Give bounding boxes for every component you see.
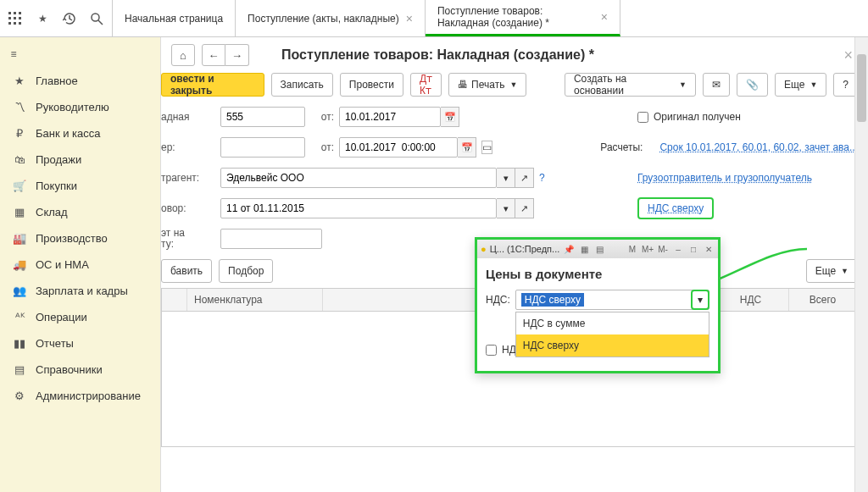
dt-kt-button[interactable]: ДᴛКᴛ [410, 73, 442, 97]
calc-icon[interactable]: ▤ [593, 243, 605, 255]
nds-checkbox[interactable]: НД [486, 344, 516, 356]
sidebar-item-warehouse[interactable]: ▦Склад [0, 199, 160, 225]
sidebar-item-references[interactable]: ▤Справочники [0, 357, 160, 383]
nds-option-on-top[interactable]: НДС сверху [516, 334, 709, 357]
nds-option-in-sum[interactable]: НДС в сумме [516, 312, 709, 334]
post-button[interactable]: Провести [340, 73, 403, 97]
top-icons: ★ [0, 0, 113, 36]
extra-icon[interactable]: ▭ [481, 141, 492, 154]
er-input[interactable] [220, 137, 305, 158]
vertical-scrollbar[interactable] [854, 37, 868, 492]
sidebar-label: Главное [36, 75, 78, 87]
dropdown-icon[interactable]: ▾ [497, 168, 515, 188]
sidebar-item-main[interactable]: ★Главное [0, 68, 160, 94]
btn-label: Печать [471, 79, 504, 91]
truck-icon: 🚚 [12, 258, 27, 271]
open-icon[interactable]: ↗ [515, 198, 534, 218]
sidebar-item-reports[interactable]: ▮▮Отчеты [0, 330, 160, 357]
ot-label-2: от: [305, 141, 339, 153]
create-based-button[interactable]: Создать на основании▼ [565, 73, 696, 97]
print-button[interactable]: 🖶 Печать▼ [448, 73, 526, 97]
sidebar-label: Склад [36, 206, 68, 218]
sidebar-label: Отчеты [36, 337, 74, 350]
apps-icon[interactable] [7, 10, 24, 27]
sidebar-item-assets[interactable]: 🚚ОС и НМА [0, 252, 160, 278]
table-more-button[interactable]: Еще▼ [806, 259, 858, 283]
checkbox-input[interactable] [637, 112, 648, 123]
th-nds: НДС [713, 289, 789, 311]
popup-heading: Цены в документе [486, 267, 709, 281]
tab-label: Поступление (акты, накладные) [248, 13, 399, 25]
mail-button[interactable]: ✉ [703, 73, 730, 97]
th-num [162, 289, 187, 311]
popup-titlebar[interactable]: ● Ц... (1С:Предп... 📌 ▦ ▤ M M+ M- – □ ✕ [477, 240, 718, 258]
tab-receipts[interactable]: Поступление (акты, накладные) × [236, 0, 426, 36]
podbor-button[interactable]: Подбор [219, 259, 273, 283]
m-icon[interactable]: M [626, 243, 638, 255]
pin-icon[interactable]: 📌 [563, 243, 575, 255]
btn-label: Подбор [228, 265, 264, 277]
calendar-icon[interactable]: ▦ [578, 243, 590, 255]
nds-selected: НДС сверху [521, 293, 584, 307]
prices-popup: ● Ц... (1С:Предп... 📌 ▦ ▤ M M+ M- – □ ✕ … [475, 237, 721, 373]
menu-toggle-icon[interactable]: ≡ [0, 41, 27, 68]
gruz-link[interactable]: Грузоотправитель и грузополучатель [637, 172, 812, 184]
calendar-icon[interactable]: 📅 [458, 137, 476, 158]
maximize-icon[interactable]: □ [687, 243, 699, 255]
search-icon[interactable] [88, 10, 105, 27]
m-plus-icon[interactable]: M+ [642, 243, 654, 255]
original-received-checkbox[interactable]: Оригинал получен [637, 111, 858, 123]
add-button[interactable]: бавить [161, 259, 212, 283]
dogovor-input[interactable] [220, 198, 497, 218]
raschety-label: Расчеты: [600, 141, 643, 153]
sidebar-label: Администрирование [36, 390, 141, 402]
raschety-link[interactable]: Срок 10.01.2017, 60.01, 60.02, зачет ава… [659, 141, 858, 153]
svg-rect-6 [8, 22, 11, 25]
star-icon[interactable]: ★ [34, 10, 51, 27]
attach-button[interactable]: 📎 [737, 73, 768, 97]
post-and-close-button[interactable]: овести и закрыть [161, 73, 264, 97]
sidebar-item-bank[interactable]: ₽Банк и касса [0, 120, 160, 146]
date-input[interactable] [339, 107, 441, 127]
star-icon: ★ [12, 75, 27, 87]
close-icon[interactable]: × [601, 10, 608, 24]
minimize-icon[interactable]: – [672, 243, 684, 255]
svg-rect-8 [19, 22, 21, 25]
btn-label: Еще [815, 265, 836, 277]
help-icon[interactable]: ? [539, 172, 545, 184]
sidebar-item-production[interactable]: 🏭Производство [0, 225, 160, 252]
close-icon[interactable]: × [406, 12, 413, 25]
write-button[interactable]: Записать [271, 73, 333, 97]
app-icon: ● [481, 244, 487, 254]
dropdown-icon[interactable]: ▾ [497, 198, 515, 218]
history-icon[interactable] [61, 10, 78, 27]
datetime-input[interactable] [339, 137, 458, 158]
open-icon[interactable]: ↗ [515, 168, 534, 188]
sidebar-item-sales[interactable]: 🛍Продажи [0, 146, 160, 173]
home-button[interactable]: ⌂ [171, 44, 195, 66]
sidebar-item-operations[interactable]: ᴬᴷОперации [0, 304, 160, 330]
nds-link[interactable]: НДС сверху [648, 202, 704, 214]
sidebar-item-salary[interactable]: 👥Зарплата и кадры [0, 278, 160, 304]
back-button[interactable]: ← [202, 44, 225, 66]
page-title: Поступление товаров: Накладная (создание… [281, 47, 832, 63]
sidebar-item-manager[interactable]: 〽Руководителю [0, 94, 160, 120]
close-icon[interactable]: ✕ [703, 243, 715, 255]
sidebar-label: Продажи [36, 153, 81, 166]
cart-icon: 🛒 [12, 180, 27, 192]
schet-input[interactable] [220, 229, 322, 249]
nds-select[interactable]: НДС сверху [515, 290, 709, 310]
checkbox-input[interactable] [486, 345, 497, 356]
tab-home[interactable]: Начальная страница [113, 0, 236, 36]
contragent-input[interactable] [220, 168, 497, 188]
number-input[interactable] [220, 107, 305, 127]
sidebar-item-purchases[interactable]: 🛒Покупки [0, 173, 160, 199]
m-minus-icon[interactable]: M- [657, 243, 669, 255]
tab-invoice-create[interactable]: Поступление товаров: Накладная (создание… [426, 0, 620, 36]
calendar-icon[interactable]: 📅 [441, 107, 459, 127]
dropdown-caret-highlight[interactable]: ▾ [691, 290, 709, 310]
sidebar-item-admin[interactable]: ⚙Администрирование [0, 383, 160, 409]
more-button[interactable]: Еще▼ [775, 73, 826, 97]
scrollbar-thumb[interactable] [857, 54, 866, 122]
forward-button[interactable]: → [225, 44, 249, 66]
